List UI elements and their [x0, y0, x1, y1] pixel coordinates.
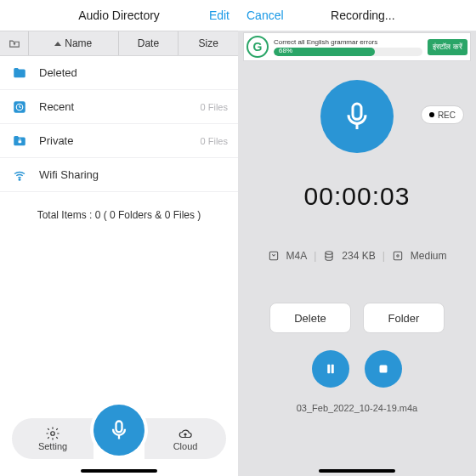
- rec-label: REC: [438, 110, 456, 120]
- cloud-button[interactable]: Cloud: [144, 418, 226, 459]
- folder-name: Wifi Sharing: [39, 168, 228, 181]
- sort-size[interactable]: Size: [178, 31, 238, 55]
- ad-install-button[interactable]: इंस्टॉल करें: [428, 39, 468, 55]
- ad-pct: 68%: [279, 48, 292, 54]
- recording-area: REC 00:00:03 M4A | 234 KB | Medium Delet…: [238, 61, 476, 413]
- list-item[interactable]: Recent 0 Files: [0, 90, 238, 124]
- pause-icon: [323, 361, 338, 377]
- folder-button[interactable]: Folder: [363, 303, 445, 333]
- cloud-icon: [177, 426, 194, 441]
- left-header: Audio Directory Edit: [0, 0, 238, 31]
- timer: 00:00:03: [304, 182, 411, 211]
- svg-rect-9: [394, 252, 401, 259]
- folder-name: Recent: [39, 100, 201, 113]
- rec-dot-icon: [429, 112, 434, 117]
- lock-folder-icon: [12, 133, 27, 149]
- svg-rect-11: [327, 365, 330, 374]
- setting-label: Setting: [38, 441, 67, 451]
- svg-rect-13: [380, 366, 388, 373]
- list-item[interactable]: Deleted: [0, 56, 238, 90]
- filename-label: 03_Feb_2022_10-24-19.m4a: [297, 403, 418, 413]
- folder-icon: [12, 65, 27, 81]
- directory-pane: Audio Directory Edit Name Date Size Dele…: [0, 0, 238, 476]
- sort-date[interactable]: Date: [119, 31, 179, 55]
- clock-icon: [12, 99, 27, 115]
- svg-rect-5: [116, 422, 122, 433]
- folder-count: 0 Files: [201, 102, 228, 112]
- folder-name: Deleted: [39, 66, 228, 79]
- quality-icon: [392, 250, 404, 262]
- folder-name: Private: [39, 134, 201, 147]
- sort-asc-icon: [54, 42, 61, 46]
- cloud-label: Cloud: [173, 441, 198, 451]
- bottom-dock: Setting Cloud: [12, 415, 226, 462]
- mic-icon: [340, 99, 374, 133]
- format-icon: [268, 250, 280, 262]
- svg-rect-2: [19, 140, 22, 143]
- mic-icon: [107, 418, 131, 442]
- home-indicator: [81, 469, 157, 473]
- svg-rect-6: [353, 104, 361, 119]
- right-header: Cancel Recording...: [238, 0, 476, 31]
- recording-meta: M4A | 234 KB | Medium: [268, 250, 447, 262]
- storage-icon: [323, 250, 335, 262]
- folder-up-button[interactable]: [0, 31, 29, 55]
- quality-value: Medium: [411, 250, 447, 262]
- sort-bar: Name Date Size: [0, 31, 238, 56]
- page-title: Audio Directory: [8, 8, 230, 22]
- svg-rect-12: [332, 365, 334, 374]
- recording-mic-button[interactable]: [320, 80, 394, 153]
- setting-button[interactable]: Setting: [12, 418, 94, 459]
- ad-body: Correct all English grammar errors 68%: [274, 38, 422, 56]
- record-button[interactable]: [90, 410, 148, 468]
- sort-name[interactable]: Name: [29, 31, 119, 55]
- ad-progress: 68%: [274, 48, 422, 56]
- home-indicator: [319, 469, 395, 473]
- ad-banner[interactable]: G Correct all English grammar errors 68%…: [243, 32, 471, 61]
- grammarly-icon: G: [246, 36, 269, 58]
- list-item[interactable]: Wifi Sharing: [0, 158, 238, 192]
- delete-button[interactable]: Delete: [269, 303, 351, 333]
- svg-point-3: [19, 178, 20, 180]
- gear-icon: [45, 426, 60, 441]
- recording-title: Recording...: [258, 8, 468, 22]
- ad-heading: Correct all English grammar errors: [274, 38, 422, 46]
- folder-count: 0 Files: [201, 136, 228, 146]
- svg-point-10: [397, 255, 399, 257]
- edit-button[interactable]: Edit: [209, 8, 230, 22]
- svg-point-8: [326, 252, 332, 255]
- rec-indicator: REC: [421, 105, 464, 124]
- folder-up-icon: [8, 37, 20, 49]
- total-items-label: Total Items : 0 ( 0 Folders & 0 Files ): [0, 209, 238, 221]
- size-value: 234 KB: [342, 250, 375, 262]
- format-value: M4A: [286, 250, 308, 262]
- stop-button[interactable]: [365, 350, 402, 388]
- sort-name-label: Name: [65, 37, 92, 49]
- folder-list: Deleted Recent 0 Files Private 0 Files W…: [0, 56, 238, 192]
- svg-point-4: [51, 432, 55, 436]
- recording-pane: Cancel Recording... G Correct all Englis…: [238, 0, 476, 476]
- list-item[interactable]: Private 0 Files: [0, 124, 238, 158]
- pause-button[interactable]: [312, 350, 349, 388]
- stop-icon: [376, 361, 391, 377]
- wifi-icon: [12, 167, 27, 183]
